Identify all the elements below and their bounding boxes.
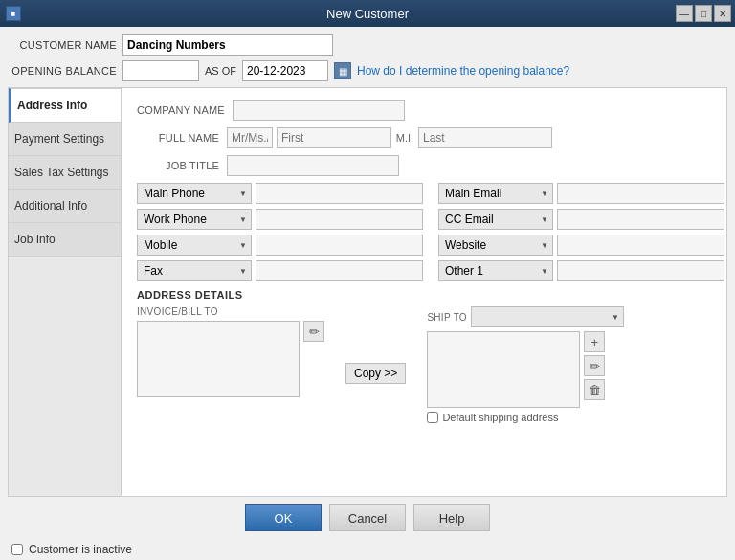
work-phone-select[interactable]: Work Phone Main Phone Mobile Fax: [137, 209, 252, 230]
sidebar: Address Info Payment Settings Sales Tax …: [9, 88, 122, 496]
add-ship-address-icon[interactable]: +: [584, 331, 605, 352]
address-details-section: ADDRESS DETAILS INVOICE/BILL TO ✏: [137, 289, 711, 423]
opening-balance-help-link[interactable]: How do I determine the opening balance?: [357, 64, 569, 78]
phone-column: Main Phone Work Phone Mobile Fax Work Ph…: [137, 183, 423, 281]
fax-input[interactable]: [256, 260, 423, 281]
delete-ship-address-icon[interactable]: 🗑: [584, 379, 605, 400]
main-phone-select-input[interactable]: Main Phone Work Phone Mobile Fax: [138, 184, 251, 203]
mobile-select[interactable]: Mobile Main Phone Work Phone Fax: [137, 235, 252, 256]
invoice-bill-to-label: INVOICE/BILL TO: [137, 306, 324, 317]
other1-select-input[interactable]: Other 1 Main Email CC Email Website: [439, 261, 552, 280]
content-area: Address Info Payment Settings Sales Tax …: [8, 87, 727, 497]
ship-to-select-input[interactable]: [472, 307, 623, 326]
ship-box-wrap: + ✏ 🗑: [427, 331, 624, 408]
main-container: CUSTOMER NAME OPENING BALANCE AS OF ▦ Ho…: [0, 27, 735, 560]
work-phone-row: Work Phone Main Phone Mobile Fax: [137, 209, 423, 230]
work-phone-select-input[interactable]: Work Phone Main Phone Mobile Fax: [138, 210, 251, 229]
main-email-row: Main Email CC Email Website Other 1: [438, 183, 724, 204]
cancel-button[interactable]: Cancel: [329, 504, 406, 531]
ok-button[interactable]: OK: [245, 504, 322, 531]
other1-input[interactable]: [557, 260, 724, 281]
default-shipping-checkbox[interactable]: [427, 412, 438, 423]
copy-button[interactable]: Copy >>: [345, 363, 406, 384]
edit-ship-address-icon[interactable]: ✏: [584, 355, 605, 376]
main-phone-input[interactable]: [256, 183, 423, 204]
address-grid: INVOICE/BILL TO ✏ Copy >>: [137, 306, 711, 423]
ship-to-col: SHIP TO + ✏ �: [427, 306, 624, 423]
edit-address-icon[interactable]: ✏: [303, 321, 324, 342]
fax-select-input[interactable]: Fax Main Phone Work Phone Mobile: [138, 261, 251, 280]
customer-name-input[interactable]: [122, 34, 333, 56]
cc-email-select[interactable]: CC Email Main Email Website Other 1: [438, 209, 553, 230]
app-icon: ■: [6, 6, 21, 21]
email-column: Main Email CC Email Website Other 1 CC E…: [438, 183, 724, 281]
customer-inactive-label: Customer is inactive: [29, 543, 132, 556]
first-name-input[interactable]: [277, 127, 391, 148]
salutation-input[interactable]: [227, 127, 273, 148]
ship-to-textarea[interactable]: [427, 331, 580, 408]
ship-to-label: SHIP TO: [427, 312, 467, 323]
work-phone-input[interactable]: [256, 209, 423, 230]
phone-email-section: Main Phone Work Phone Mobile Fax Work Ph…: [137, 183, 711, 281]
mobile-row: Mobile Main Phone Work Phone Fax: [137, 235, 423, 256]
main-phone-select[interactable]: Main Phone Work Phone Mobile Fax: [137, 183, 252, 204]
date-input[interactable]: [242, 60, 328, 81]
invoice-address-icons: ✏: [303, 321, 324, 397]
job-title-input[interactable]: [227, 155, 399, 176]
top-fields: CUSTOMER NAME OPENING BALANCE AS OF ▦ Ho…: [0, 27, 735, 87]
ship-to-header: SHIP TO: [427, 306, 624, 327]
main-email-select[interactable]: Main Email CC Email Website Other 1: [438, 183, 553, 204]
website-row: Website Main Email CC Email Other 1: [438, 235, 724, 256]
company-name-row: COMPANY NAME: [137, 100, 711, 121]
address-details-title: ADDRESS DETAILS: [137, 289, 711, 301]
last-name-input[interactable]: [418, 127, 552, 148]
main-email-input[interactable]: [557, 183, 724, 204]
ship-to-select[interactable]: [471, 306, 624, 327]
other1-select[interactable]: Other 1 Main Email CC Email Website: [438, 260, 553, 281]
other1-row: Other 1 Main Email CC Email Website: [438, 260, 724, 281]
sidebar-item-job-info[interactable]: Job Info: [9, 223, 121, 257]
title-bar: ■ New Customer — □ ✕: [0, 0, 735, 27]
company-name-input[interactable]: [233, 100, 405, 121]
sidebar-item-sales-tax-settings[interactable]: Sales Tax Settings: [9, 156, 121, 190]
opening-balance-label: OPENING BALANCE: [11, 65, 117, 77]
customer-name-label: CUSTOMER NAME: [11, 39, 117, 51]
opening-balance-row: OPENING BALANCE AS OF ▦ How do I determi…: [11, 60, 724, 81]
mobile-input[interactable]: [256, 235, 423, 256]
form-area: COMPANY NAME FULL NAME M.I. JOB TITLE: [122, 88, 726, 496]
cc-email-input[interactable]: [557, 209, 724, 230]
sidebar-item-address-info[interactable]: Address Info: [9, 88, 121, 123]
as-of-label: AS OF: [205, 65, 236, 77]
invoice-address-textarea[interactable]: [137, 321, 300, 397]
company-name-label: COMPANY NAME: [137, 104, 229, 116]
cc-email-row: CC Email Main Email Website Other 1: [438, 209, 724, 230]
ship-to-icons: + ✏ 🗑: [584, 331, 605, 408]
maximize-button[interactable]: □: [695, 5, 712, 22]
job-title-label: JOB TITLE: [137, 160, 223, 171]
opening-balance-input[interactable]: [122, 60, 199, 81]
main-email-select-input[interactable]: Main Email CC Email Website Other 1: [439, 184, 552, 203]
calendar-icon[interactable]: ▦: [334, 62, 351, 79]
website-select[interactable]: Website Main Email CC Email Other 1: [438, 235, 553, 256]
customer-name-row: CUSTOMER NAME: [11, 34, 724, 56]
window-title: New Customer: [326, 7, 409, 21]
customer-inactive-checkbox[interactable]: [11, 544, 23, 555]
mi-label: M.I.: [395, 132, 414, 144]
bottom-bar: OK Cancel Help: [0, 497, 735, 539]
close-button[interactable]: ✕: [714, 5, 731, 22]
invoice-bill-to-col: INVOICE/BILL TO ✏: [137, 306, 324, 423]
cc-email-select-input[interactable]: CC Email Main Email Website Other 1: [439, 210, 552, 229]
help-button[interactable]: Help: [413, 504, 490, 531]
website-select-input[interactable]: Website Main Email CC Email Other 1: [439, 235, 552, 255]
website-input[interactable]: [557, 235, 724, 256]
full-name-label: FULL NAME: [137, 132, 223, 144]
minimize-button[interactable]: —: [676, 5, 693, 22]
mobile-select-input[interactable]: Mobile Main Phone Work Phone Fax: [138, 235, 251, 255]
job-title-row: JOB TITLE: [137, 155, 711, 176]
sidebar-item-payment-settings[interactable]: Payment Settings: [9, 123, 121, 156]
fax-select[interactable]: Fax Main Phone Work Phone Mobile: [137, 260, 252, 281]
default-shipping-row: Default shipping address: [427, 412, 624, 423]
sidebar-item-additional-info[interactable]: Additional Info: [9, 190, 121, 223]
window-controls: — □ ✕: [676, 5, 731, 22]
invoice-box-wrap: ✏: [137, 321, 324, 397]
